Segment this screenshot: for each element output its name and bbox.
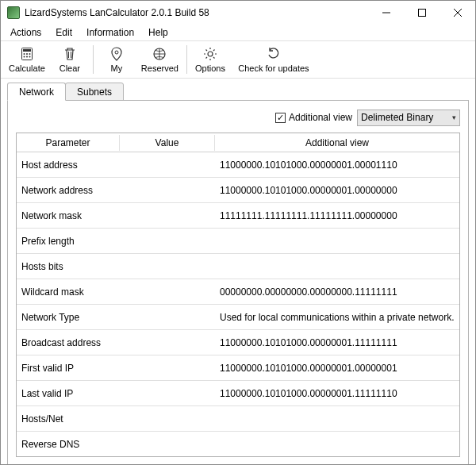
maximize-button[interactable] [404, 1, 440, 25]
cell-parameter: Reverse DNS [17, 439, 120, 450]
close-button[interactable] [440, 1, 475, 25]
grid-header: Parameter Value Additional view [17, 133, 459, 152]
select-value: Delimeted Binary [361, 112, 433, 123]
cell-parameter: First valid IP [17, 363, 120, 374]
svg-point-9 [115, 51, 118, 54]
cell-parameter: Network Type [17, 312, 120, 323]
cell-parameter: Hosts/Net [17, 413, 120, 425]
table-row[interactable]: Hosts bits [17, 254, 459, 279]
table-row[interactable]: Hosts/Net [17, 406, 459, 432]
svg-point-8 [29, 56, 30, 58]
refresh-icon [266, 46, 282, 62]
calculate-button[interactable]: Calculate [4, 41, 50, 78]
result-grid: Parameter Value Additional view Host add… [16, 133, 460, 457]
cell-additional: 11000000.10101000.00000001.00000001 [215, 363, 459, 374]
cell-additional: 11000000.10101000.00000001.00000000 [215, 185, 459, 196]
header-parameter[interactable]: Parameter [17, 135, 120, 151]
cell-additional: 11000000.10101000.00000001.00001110 [215, 159, 459, 171]
table-row[interactable]: Network mask11111111.11111111.11111111.0… [17, 203, 459, 229]
check-updates-button[interactable]: Check for updates [230, 41, 317, 78]
menu-actions[interactable]: Actions [4, 25, 48, 40]
cell-additional: 11000000.10101000.00000001.11111110 [215, 388, 459, 399]
svg-rect-0 [418, 10, 425, 17]
view-options-row: ✓ Additional view Delimeted Binary ▾ [16, 109, 460, 126]
svg-point-7 [26, 56, 28, 58]
checkbox-icon: ✓ [275, 113, 286, 123]
tab-subnets[interactable]: Subnets [65, 83, 124, 101]
menubar: Actions Edit Information Help [1, 25, 475, 40]
clear-label: Clear [60, 63, 80, 73]
reserved-button[interactable]: Reserved [136, 41, 183, 78]
svg-point-6 [23, 56, 25, 58]
reserved-label: Reserved [141, 63, 178, 73]
menu-edit[interactable]: Edit [49, 25, 79, 40]
check-updates-label: Check for updates [238, 63, 309, 73]
titlebar: LizardSystems LanCalculator 2.0.1 Build … [1, 1, 475, 25]
svg-point-4 [26, 53, 28, 55]
table-row[interactable]: Reverse DNS [17, 432, 459, 457]
toolbar: Calculate Clear My Reserved Options Chec… [1, 40, 475, 79]
table-row[interactable]: Network TypeUsed for local communication… [17, 305, 459, 330]
toolbar-separator [186, 45, 187, 74]
tab-body: ✓ Additional view Delimeted Binary ▾ Par… [7, 100, 469, 465]
cell-parameter: Network address [17, 185, 120, 196]
table-row[interactable]: Wildcard mask00000000.00000000.00000000.… [17, 279, 459, 305]
globe-icon [152, 46, 167, 62]
header-value[interactable]: Value [120, 135, 215, 151]
gear-icon [202, 46, 218, 62]
additional-view-checkbox[interactable]: ✓ Additional view [275, 112, 352, 123]
svg-point-5 [29, 53, 30, 55]
table-row[interactable]: Host address11000000.10101000.00000001.0… [17, 152, 459, 178]
cell-additional: Used for local communications within a p… [215, 312, 459, 323]
cell-parameter: Hosts bits [17, 261, 120, 272]
svg-rect-2 [23, 49, 31, 52]
svg-point-3 [23, 53, 25, 55]
additional-view-label: Additional view [289, 112, 352, 123]
table-row[interactable]: Prefix length [17, 229, 459, 254]
my-label: My [111, 63, 123, 73]
table-row[interactable]: Broadcast address11000000.10101000.00000… [17, 330, 459, 355]
calculator-icon [19, 46, 35, 62]
chevron-down-icon: ▾ [452, 113, 456, 121]
cell-additional: 11111111.11111111.11111111.00000000 [215, 210, 459, 221]
menu-information[interactable]: Information [80, 25, 140, 40]
calculate-label: Calculate [9, 63, 45, 73]
svg-point-11 [208, 52, 213, 56]
my-button[interactable]: My [97, 41, 136, 78]
trash-icon [62, 46, 78, 62]
cell-parameter: Wildcard mask [17, 286, 120, 298]
cell-parameter: Broadcast address [17, 337, 120, 348]
tab-strip: Network Subnets [7, 82, 469, 101]
window-title: LizardSystems LanCalculator 2.0.1 Build … [25, 7, 368, 18]
table-row[interactable]: Network address11000000.10101000.0000000… [17, 178, 459, 203]
options-label: Options [195, 63, 225, 73]
menu-help[interactable]: Help [142, 25, 175, 40]
table-row[interactable]: Last valid IP11000000.10101000.00000001.… [17, 381, 459, 406]
app-icon [7, 6, 20, 19]
table-row[interactable]: First valid IP11000000.10101000.00000001… [17, 355, 459, 381]
cell-parameter: Host address [17, 159, 120, 171]
location-icon [109, 46, 125, 62]
minimize-button[interactable] [368, 1, 404, 25]
cell-parameter: Prefix length [17, 236, 120, 247]
options-button[interactable]: Options [190, 41, 230, 78]
clear-button[interactable]: Clear [50, 41, 90, 78]
tab-network[interactable]: Network [7, 83, 66, 101]
cell-additional: 00000000.00000000.00000000.11111111 [215, 286, 459, 298]
view-format-select[interactable]: Delimeted Binary ▾ [357, 110, 460, 126]
cell-additional: 11000000.10101000.00000001.11111111 [215, 337, 459, 348]
header-additional[interactable]: Additional view [215, 135, 459, 151]
toolbar-separator [93, 45, 94, 74]
cell-parameter: Network mask [17, 210, 120, 221]
cell-parameter: Last valid IP [17, 388, 120, 399]
